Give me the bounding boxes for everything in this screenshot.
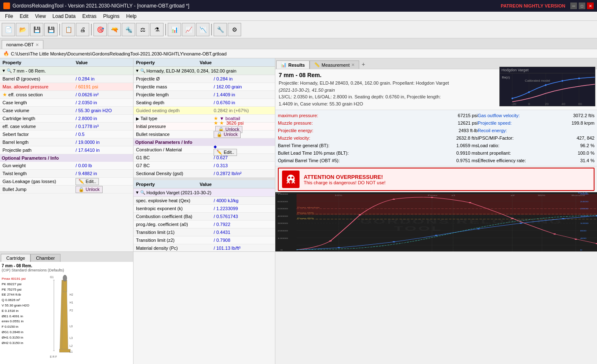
prop-bullet-jump: Bullet Jump 🔒 Unlock [0,186,133,193]
construction-edit-button[interactable]: ✏️ Edit.. [214,149,237,156]
prop-proj-mass: Projectile mass / 162.00 grain [134,83,275,91]
oh2-label: ØH2 0.3150 in [2,341,39,346]
propellant-label: Hodgdon Varget (2021-10-30-2) [146,190,212,195]
gun-selector-row[interactable]: ▼ 🔍 7 mm - 08 Rem. [0,67,133,75]
toolbar-wrench[interactable]: 🔧 [214,23,227,36]
tab-label: noname-OBT [6,42,34,47]
toolbar-chart1[interactable]: 📊 [168,23,181,36]
g1bc-val: / 0.627 [211,155,274,160]
window-controls[interactable]: ─ □ ✕ [570,3,594,9]
menu-extras[interactable]: Extras [79,13,100,20]
prop-name-4: Case volume [1,108,73,113]
prop-construction: Construction / Material ◆ ✏️ Edit.. [134,146,275,154]
svg-text:0: 0 [528,102,530,106]
prop-a0: prog./deg. coefficient (a0) / 0.7922 [134,221,275,228]
svg-point-12 [528,91,530,93]
prop-name-3: Case length [1,100,73,105]
result-desc-4: 1.4409 in, Case volume: 55.30 grain H2O [279,101,363,106]
patreon-badge: PATREON NIGHTLY VERSION [501,3,565,8]
svg-text:Ba(z): Ba(z) [502,75,510,79]
add-tab-button[interactable]: + [359,60,368,69]
svg-point-95 [63,275,67,281]
left-props-scroll[interactable]: Barrel Ø (grooves) / 0.284 in Max. allow… [0,75,133,251]
result-desc-2: (2021-10-30-2), 41.50 grain [279,88,335,93]
chamber-tab[interactable]: Chamber [30,254,60,262]
bullet-res-val: 🔒 Unlock [211,131,274,138]
menu-loaddata[interactable]: Load Data [49,13,79,20]
toolbar-chart2[interactable]: 📈 [182,23,195,36]
main-tab[interactable]: noname-OBT ✕ [2,40,43,49]
minimize-button[interactable]: ─ [570,3,577,9]
toolbar-target[interactable]: 🎯 [93,23,107,36]
bullet-jump-unlock-button[interactable]: 🔒 Unlock [76,186,103,193]
propellant-selector-row[interactable]: ▼ 🔍 Hodgdon Varget (2021-10-30-2) [134,188,275,197]
svg-text:psi: psi [276,192,280,194]
toolbar-save2[interactable]: 💾 [44,23,58,36]
prop-val-opt3: 🔒 Unlock [73,186,132,193]
svg-text:L0: L0 [70,325,73,328]
svg-text:10000: 10000 [277,237,288,239]
og1-label: ØG1 0.2846 in [2,330,39,335]
measurement-tab[interactable]: 📏 Measurement ✕ [310,60,359,69]
svg-text:TOOL: TOOL [394,225,443,232]
prop-gsd: Sectional Density (gsd) / 0.2872 lb/in² [134,170,275,178]
cartridge-tab[interactable]: Cartridge [1,254,30,262]
results-tab[interactable]: 📊 Results [276,60,310,69]
construction-val: ◆ ✏️ Edit.. [211,144,274,156]
init-star1: ★ [214,120,218,126]
titlebar-text: GordonsReloadingTool - Version 2021.2030… [13,3,189,9]
toolbar-print[interactable]: 🖨 [76,23,89,36]
menu-edit[interactable]: Edit [16,13,32,20]
a0-val: / 0.7922 [211,222,274,227]
cartridge-svg-container: H2 H1 P2 L0 L3 L2 L1 G1 E R F [39,272,131,359]
svg-rect-99 [59,349,70,352]
toolbar-chart3[interactable]: 📉 [196,23,209,36]
mid-bottom-panel [134,252,275,364]
menu-file[interactable]: File [2,13,16,20]
mr-val-3: 427, 842 [577,136,594,141]
gun-dropdown-arrow: ▼ [2,68,6,73]
g1bc-name: G1 BC [134,155,211,160]
ml-val-2: 2493 ft-lb [458,128,478,133]
ml-label-2: Projectile energy: [278,128,313,133]
metric-3: Muzzle velocity: 2632.8 ft/s [278,134,478,142]
mr-val-6: 31.4 % [580,158,594,163]
menu-help[interactable]: Help [123,13,140,20]
main-chart-area: 10% Pmax z1 z2 95% Burnout Pmax absolute… [275,192,597,251]
prop-name-6: eff. case volume [1,124,73,129]
mid-scroll[interactable]: Projectile Ø / 0.284 in Projectile mass … [134,75,275,251]
tab-bar: noname-OBT ✕ [0,38,597,49]
menu-view[interactable]: View [32,13,49,20]
toolbar-pdf[interactable]: 📋 [62,23,75,36]
warning-skull-icon [284,172,298,186]
projectile-selector-row[interactable]: ▼ 🔍 Hornady, ELD-M 28403, 0.284, 162.00 … [134,67,275,75]
svg-text:0: 0 [580,249,582,251]
prop-name-8: Barrel length [1,140,73,145]
close-button[interactable]: ✕ [587,3,594,9]
toolbar-new[interactable]: 📄 [2,23,15,36]
svg-text:0: 0 [280,249,282,251]
measurement-close-icon[interactable]: ✕ [351,63,355,67]
pc-val: / 101.13 lb/ft³ [211,246,274,251]
svg-point-14 [562,80,563,82]
ml-val-0: 67215 psi [458,113,478,118]
svg-point-62 [435,235,437,236]
z1-val: / 0.4431 [211,230,274,235]
svg-point-52 [359,214,361,216]
toolbar-flask[interactable]: ⚗ [150,23,164,36]
maximize-button[interactable]: □ [579,3,585,9]
gas-leakage-edit-button[interactable]: ✏️ Edit.. [76,178,99,185]
toolbar-scale[interactable]: ⚖ [136,23,149,36]
bullet-resistance-unlock-button[interactable]: 🔒 Unlock [214,131,241,138]
toolbar-bullet[interactable]: 🔩 [122,23,135,36]
v-label: V 55.30 grain H2O [2,303,39,309]
toolbar-save[interactable]: 💾 [30,23,43,36]
init-press-name: Initial pressure [134,124,211,129]
toolbar-settings[interactable]: ⚙ [228,23,241,36]
toolbar-open[interactable]: 📂 [16,23,29,36]
svg-text:2000: 2000 [580,208,588,210]
tab-close-icon[interactable]: ✕ [35,43,39,47]
menu-plugins[interactable]: Plugins [100,13,123,20]
prop-val-9: / 17.6410 in [73,148,132,153]
toolbar-gun[interactable]: 🔫 [108,23,121,36]
